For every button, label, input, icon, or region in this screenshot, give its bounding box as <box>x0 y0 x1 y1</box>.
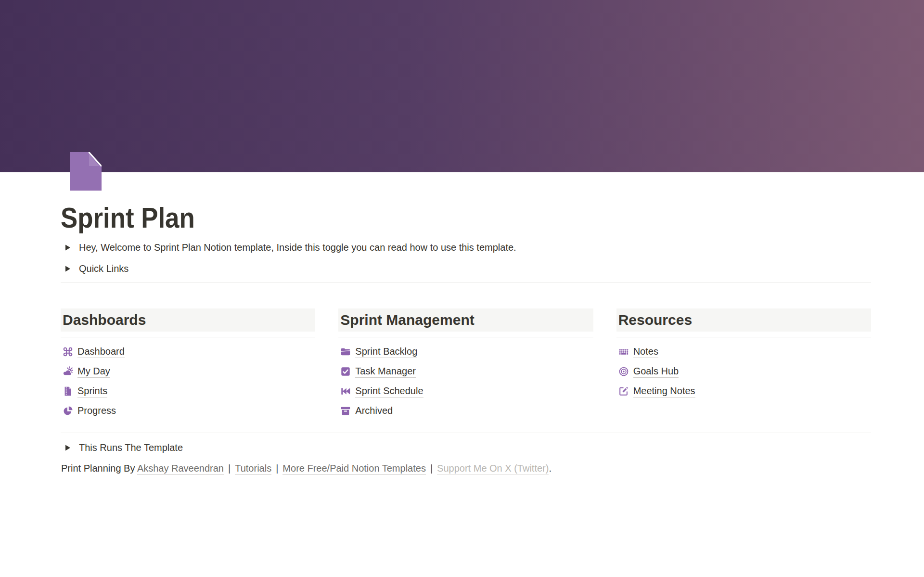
footer-separator: | <box>426 463 437 474</box>
column-heading: Resources <box>616 308 871 332</box>
toggle-label: Hey, Welcome to Sprint Plan Notion templ… <box>79 242 516 253</box>
page-link[interactable]: Meeting Notes <box>616 381 871 401</box>
column-heading: Dashboards <box>61 308 315 332</box>
footer-link[interactable]: Tutorials <box>235 463 271 474</box>
toggle-block[interactable]: Quick Links <box>61 258 871 279</box>
page-link-label: Dashboard <box>77 345 125 358</box>
checkbox-icon <box>340 366 351 377</box>
toggle-label: This Runs The Template <box>79 442 183 453</box>
page-link[interactable]: Notes <box>616 342 871 361</box>
column-divider <box>616 337 871 337</box>
column: Resources Notes Goals Hub Meeting Notes <box>616 308 871 421</box>
document-icon <box>63 386 73 397</box>
page-link-label: Goals Hub <box>633 365 679 378</box>
footer-link[interactable]: More Free/Paid Notion Templates <box>282 463 426 474</box>
page-link-label: My Day <box>77 365 110 378</box>
footer-separator: | <box>224 463 235 474</box>
link-list: Dashboard My Day Sprints Progress <box>61 342 315 421</box>
archive-box-icon <box>340 406 351 416</box>
divider <box>61 433 871 433</box>
toggle-label: Quick Links <box>79 263 128 274</box>
page-link[interactable]: Sprints <box>61 381 315 401</box>
target-icon <box>618 366 629 377</box>
footer-separator: | <box>271 463 282 474</box>
page-link-label: Sprint Schedule <box>355 385 423 397</box>
footer-suffix: . <box>549 463 552 474</box>
footer-prefix: Print Planning By <box>61 463 137 474</box>
column-divider <box>61 337 315 337</box>
divider <box>61 282 871 282</box>
pie-chart-icon <box>63 406 73 416</box>
bottom-toggle: This Runs The Template <box>61 437 871 458</box>
footer-link[interactable]: Support Me On X (Twitter) <box>437 463 549 474</box>
footer: Print Planning By Akshay Raveendran|Tuto… <box>61 461 871 475</box>
page-link-label: Progress <box>77 404 116 417</box>
toggle-arrow-icon[interactable] <box>62 266 74 272</box>
page-link-label: Sprint Backlog <box>355 345 417 358</box>
page-link[interactable]: Task Manager <box>338 361 593 381</box>
page-link[interactable]: Sprint Schedule <box>338 381 593 401</box>
column-divider <box>338 337 593 337</box>
page-title: Sprint Plan <box>61 172 774 234</box>
page-link[interactable]: Archived <box>338 401 593 421</box>
page-link[interactable]: My Day <box>61 361 315 381</box>
page-link[interactable]: Dashboard <box>61 342 315 361</box>
toggle-arrow-icon[interactable] <box>62 445 74 451</box>
footer-link[interactable]: Akshay Raveendran <box>137 463 224 474</box>
page-content: Sprint Plan Hey, Welcome to Sprint Plan … <box>0 172 924 475</box>
sun-behind-cloud-icon <box>63 366 73 377</box>
page-link-label: Meeting Notes <box>633 385 695 397</box>
link-list: Sprint Backlog Task Manager Sprint Sched… <box>338 342 593 421</box>
columns: Dashboards Dashboard My Day Sprints Prog… <box>61 308 871 421</box>
toggle-list: Hey, Welcome to Sprint Plan Notion templ… <box>61 237 871 279</box>
toggle-block[interactable]: Hey, Welcome to Sprint Plan Notion templ… <box>61 237 871 258</box>
page-link[interactable]: Goals Hub <box>616 361 871 381</box>
rewind-icon <box>340 386 351 397</box>
page-link-label: Archived <box>355 404 393 417</box>
folder-icon <box>340 346 351 357</box>
keyboard-icon <box>618 346 629 357</box>
page-link-label: Notes <box>633 345 658 358</box>
page-link-label: Task Manager <box>355 365 416 378</box>
page-link[interactable]: Progress <box>61 401 315 421</box>
toggle-block[interactable]: This Runs The Template <box>61 437 871 458</box>
toggle-arrow-icon[interactable] <box>62 244 74 251</box>
page-link-label: Sprints <box>77 385 107 397</box>
column: Sprint Management Sprint Backlog Task Ma… <box>338 308 593 421</box>
edit-square-icon <box>618 386 629 397</box>
column-heading: Sprint Management <box>338 308 593 332</box>
column: Dashboards Dashboard My Day Sprints Prog… <box>61 308 315 421</box>
cover-image[interactable] <box>0 0 924 172</box>
page-link[interactable]: Sprint Backlog <box>338 342 593 361</box>
link-list: Notes Goals Hub Meeting Notes <box>616 342 871 401</box>
command-icon <box>63 346 73 357</box>
